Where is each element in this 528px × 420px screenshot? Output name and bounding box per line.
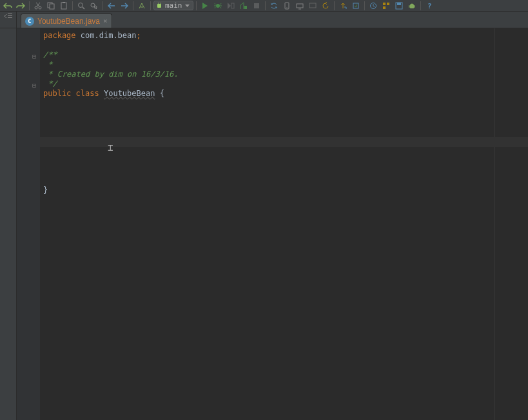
editor-area: ⊟ ⊟ package com.dim.bean; /** * * Create… (0, 28, 528, 420)
svg-point-17 (286, 7, 287, 8)
forward-icon[interactable] (119, 1, 130, 11)
android-icon (156, 2, 162, 10)
svg-point-0 (35, 6, 37, 9)
android-robot-icon[interactable] (406, 1, 418, 11)
text-cursor: ⌶ (108, 143, 113, 153)
history-icon[interactable] (367, 1, 379, 11)
editor-gutter[interactable]: ⊟ ⊟ (17, 28, 40, 420)
fold-toggle[interactable]: ⊟ (32, 53, 39, 59)
current-line-highlight (40, 137, 528, 147)
collapse-toggle[interactable] (0, 12, 17, 28)
run-config-selector[interactable]: main (153, 1, 193, 10)
svg-point-6 (79, 3, 83, 7)
close-icon[interactable]: × (103, 17, 108, 25)
svg-rect-26 (397, 3, 401, 5)
svg-rect-4 (61, 3, 66, 9)
svg-rect-23 (387, 3, 389, 5)
editor-tab[interactable]: C YoutubeBean.java × (21, 14, 112, 28)
svg-rect-20 (353, 3, 358, 8)
svg-rect-3 (50, 4, 54, 9)
svg-point-10 (158, 3, 159, 3)
svg-rect-33 (8, 17, 12, 18)
main-toolbar: main ? (0, 0, 528, 12)
separator (364, 1, 365, 10)
svg-point-1 (39, 6, 41, 9)
chevron-down-icon (185, 5, 190, 7)
separator (150, 1, 151, 10)
sync-icon[interactable] (268, 1, 280, 11)
svg-rect-22 (383, 3, 386, 5)
save-icon[interactable] (393, 1, 405, 11)
back-icon[interactable] (106, 1, 117, 11)
svg-rect-24 (383, 6, 386, 9)
tab-label: YoutubeBean.java (37, 17, 100, 26)
separator (265, 1, 266, 10)
svg-rect-14 (244, 6, 247, 9)
svg-rect-19 (309, 3, 316, 8)
svg-rect-9 (157, 4, 161, 8)
code-editor[interactable]: package com.dim.bean; /** * * Created by… (40, 28, 528, 420)
tool-window-bar[interactable] (0, 28, 17, 420)
run-icon[interactable] (199, 1, 211, 11)
svg-point-12 (216, 4, 220, 8)
copy-icon[interactable] (45, 1, 57, 11)
separator (420, 1, 421, 10)
structure-icon[interactable] (380, 1, 392, 11)
attach-icon[interactable] (238, 1, 249, 11)
svg-rect-32 (8, 15, 12, 16)
replace-icon[interactable] (88, 1, 100, 11)
separator (103, 1, 103, 10)
sdk-icon[interactable] (294, 1, 306, 11)
separator (334, 1, 335, 10)
separator (72, 1, 73, 10)
avd-icon[interactable] (281, 1, 293, 11)
svg-rect-31 (8, 14, 12, 14)
monitor-icon[interactable] (307, 1, 318, 11)
revert-icon[interactable] (320, 1, 331, 11)
separator (133, 1, 133, 10)
undo-icon[interactable] (2, 1, 14, 11)
svg-point-11 (160, 3, 161, 3)
help-icon[interactable]: ? (424, 1, 435, 11)
svg-rect-18 (297, 4, 303, 8)
svg-rect-15 (254, 3, 259, 8)
run-coverage-icon[interactable] (225, 1, 237, 11)
tab-bar: C YoutubeBean.java × (0, 12, 528, 28)
svg-rect-27 (410, 5, 414, 8)
find-icon[interactable] (75, 1, 87, 11)
paste-icon[interactable] (58, 1, 70, 11)
svg-rect-29 (414, 5, 415, 8)
vcs-commit-icon[interactable] (350, 1, 362, 11)
margin-guide (494, 28, 494, 420)
fold-end[interactable]: ⊟ (32, 82, 39, 88)
class-file-icon: C (25, 17, 34, 26)
build-icon[interactable] (136, 1, 148, 11)
vcs-update-icon[interactable] (337, 1, 349, 11)
debug-icon[interactable] (212, 1, 224, 11)
stop-icon[interactable] (251, 1, 262, 11)
svg-text:?: ? (427, 2, 432, 10)
cut-icon[interactable] (32, 1, 44, 11)
separator (29, 1, 30, 10)
svg-rect-13 (231, 3, 234, 8)
redo-icon[interactable] (15, 1, 26, 11)
svg-rect-5 (63, 2, 65, 3)
separator (196, 1, 197, 10)
svg-rect-28 (409, 5, 410, 8)
config-label: main (165, 1, 182, 10)
